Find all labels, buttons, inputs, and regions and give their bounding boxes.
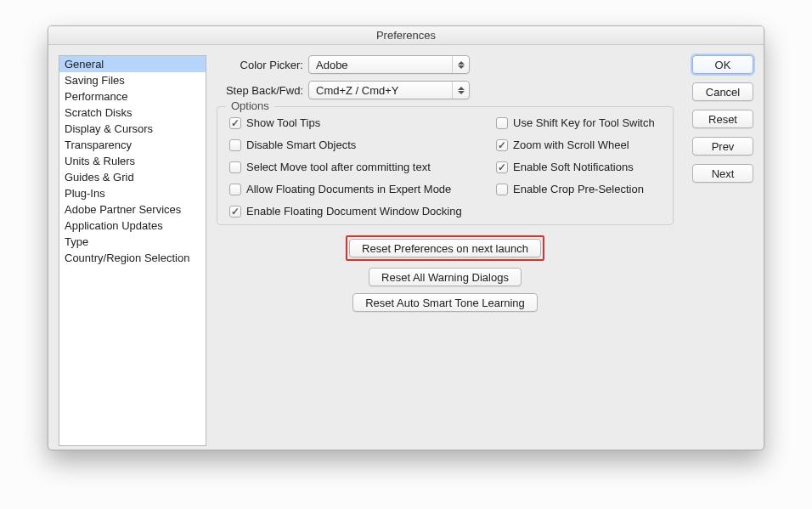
sidebar-item[interactable]: Guides & Grid <box>59 169 206 185</box>
next-button[interactable]: Next <box>692 164 753 183</box>
option-checkbox[interactable]: Disable Smart Objects <box>229 139 476 151</box>
options-grid: Show Tool TipsDisable Smart ObjectsSelec… <box>229 117 661 218</box>
main-panel: Color Picker: Adobe Step Back/Fwd: Cmd+Z… <box>217 55 674 312</box>
category-sidebar: GeneralSaving FilesPerformanceScratch Di… <box>59 55 206 446</box>
step-back-fwd-row: Step Back/Fwd: Cmd+Z / Cmd+Y <box>217 81 674 99</box>
option-checkbox[interactable]: Show Tool Tips <box>229 117 476 129</box>
reset-preferences-button[interactable]: Reset Preferences on next launch <box>349 239 541 257</box>
option-checkbox[interactable]: Enable Floating Document Window Docking <box>229 206 476 218</box>
sidebar-item[interactable]: Adobe Partner Services <box>59 201 206 218</box>
reset-button[interactable]: Reset <box>692 110 753 128</box>
checkbox-icon <box>229 184 241 195</box>
color-picker-dropdown[interactable]: Adobe <box>308 55 470 74</box>
sidebar-item[interactable]: Display & Cursors <box>59 121 206 137</box>
option-label: Show Tool Tips <box>246 117 320 129</box>
checkbox-icon <box>229 161 241 173</box>
highlight-box: Reset Preferences on next launch <box>346 235 544 261</box>
sidebar-item[interactable]: Plug-Ins <box>59 185 206 201</box>
options-col-left: Show Tool TipsDisable Smart ObjectsSelec… <box>229 117 476 218</box>
options-fieldset: Options Show Tool TipsDisable Smart Obje… <box>217 106 674 225</box>
checkbox-icon <box>496 139 508 151</box>
option-checkbox[interactable]: Zoom with Scroll Wheel <box>496 139 661 151</box>
option-checkbox[interactable]: Enable Crop Pre-Selection <box>496 184 661 195</box>
sidebar-item[interactable]: Performance <box>59 88 206 105</box>
checkbox-icon <box>496 184 508 195</box>
updown-icon <box>452 56 469 73</box>
center-buttons: Reset Preferences on next launch Reset A… <box>217 235 674 312</box>
options-col-right: Use Shift Key for Tool SwitchZoom with S… <box>496 117 661 218</box>
option-label: Disable Smart Objects <box>246 139 356 151</box>
option-label: Allow Floating Documents in Expert Mode <box>246 184 451 195</box>
option-checkbox[interactable]: Use Shift Key for Tool Switch <box>496 117 661 129</box>
checkbox-icon <box>229 139 241 151</box>
option-label: Zoom with Scroll Wheel <box>513 139 629 151</box>
sidebar-item[interactable]: General <box>59 56 206 72</box>
color-picker-label: Color Picker: <box>217 59 308 71</box>
color-picker-value: Adobe <box>309 59 348 71</box>
reset-warning-dialogs-button[interactable]: Reset All Warning Dialogs <box>369 268 522 286</box>
option-label: Use Shift Key for Tool Switch <box>513 117 655 129</box>
ok-button[interactable]: OK <box>692 55 753 74</box>
sidebar-item[interactable]: Transparency <box>59 137 206 153</box>
step-back-fwd-dropdown[interactable]: Cmd+Z / Cmd+Y <box>308 81 470 99</box>
option-label: Enable Floating Document Window Docking <box>246 206 462 218</box>
option-checkbox[interactable]: Select Move tool after committing text <box>229 161 476 173</box>
sidebar-item[interactable]: Application Updates <box>59 218 206 234</box>
sidebar-item[interactable]: Units & Rulers <box>59 153 206 169</box>
option-label: Enable Soft Notifications <box>513 161 634 173</box>
window-content: GeneralSaving FilesPerformanceScratch Di… <box>48 45 764 450</box>
preferences-window: Preferences GeneralSaving FilesPerforman… <box>48 25 764 450</box>
options-legend: Options <box>226 99 274 112</box>
dialog-buttons: OK Cancel Reset Prev Next <box>692 55 753 183</box>
prev-button[interactable]: Prev <box>692 137 753 156</box>
checkbox-icon <box>229 206 241 218</box>
cancel-button[interactable]: Cancel <box>692 82 753 101</box>
updown-icon <box>452 82 469 99</box>
reset-smart-tone-button[interactable]: Reset Auto Smart Tone Learning <box>352 293 538 312</box>
step-back-fwd-value: Cmd+Z / Cmd+Y <box>309 84 399 97</box>
checkbox-icon <box>229 117 241 129</box>
color-picker-row: Color Picker: Adobe <box>217 55 674 74</box>
window-title: Preferences <box>48 26 764 45</box>
sidebar-item[interactable]: Type <box>59 234 206 250</box>
option-label: Enable Crop Pre-Selection <box>513 184 644 195</box>
sidebar-item[interactable]: Country/Region Selection <box>59 250 206 266</box>
sidebar-item[interactable]: Scratch Disks <box>59 105 206 121</box>
option-label: Select Move tool after committing text <box>246 161 431 173</box>
checkbox-icon <box>496 117 508 129</box>
option-checkbox[interactable]: Enable Soft Notifications <box>496 161 661 173</box>
checkbox-icon <box>496 161 508 173</box>
step-back-fwd-label: Step Back/Fwd: <box>217 84 308 97</box>
sidebar-item[interactable]: Saving Files <box>59 72 206 88</box>
option-checkbox[interactable]: Allow Floating Documents in Expert Mode <box>229 184 476 195</box>
